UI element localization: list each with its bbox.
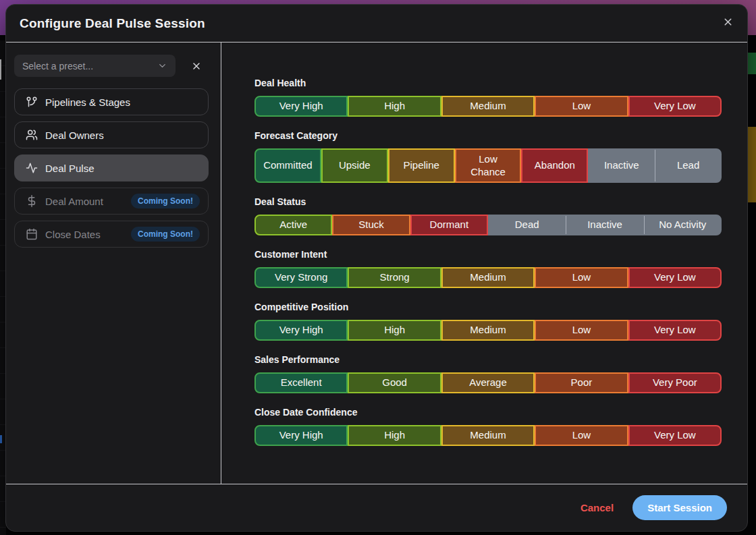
segment-dead[interactable]: Dead	[488, 215, 566, 235]
segment-upside[interactable]: Upside	[321, 148, 388, 183]
segment-medium[interactable]: Medium	[441, 267, 535, 288]
segment-very-low[interactable]: Very Low	[628, 425, 722, 446]
modal-footer: Cancel Start Session	[6, 484, 747, 531]
segment-label: Excellent	[281, 376, 322, 389]
segment-low[interactable]: Low	[535, 96, 628, 117]
segment-stuck[interactable]: Stuck	[332, 215, 410, 235]
segment-low-chance[interactable]: Low Chance	[455, 148, 522, 183]
segment-label: Inactive	[604, 159, 639, 172]
segment-dormant[interactable]: Dormant	[410, 215, 488, 235]
segment-medium[interactable]: Medium	[441, 320, 535, 341]
segment-medium[interactable]: Medium	[441, 425, 535, 446]
segment-low[interactable]: Low	[535, 320, 628, 341]
sidebar-item-deal-pulse[interactable]: Deal Pulse	[14, 154, 209, 181]
segment-high[interactable]: High	[348, 320, 441, 341]
segment-very-high[interactable]: Very High	[254, 425, 348, 446]
segment-row: ExcellentGoodAveragePoorVery Poor	[254, 372, 722, 393]
segment-label: Very Poor	[653, 376, 697, 389]
segment-label: Low	[572, 324, 591, 337]
sidebar-item-label: Close Dates	[45, 229, 101, 240]
preset-select-placeholder: Select a preset...	[22, 61, 93, 72]
segment-excellent[interactable]: Excellent	[254, 372, 348, 393]
segment-label: Strong	[380, 271, 410, 284]
group-label: Close Date Confidence	[254, 407, 722, 418]
group-forecast-category: Forecast CategoryCommittedUpsidePipeline…	[254, 130, 722, 183]
segment-label: Good	[382, 376, 407, 389]
segment-poor[interactable]: Poor	[535, 372, 628, 393]
segment-medium[interactable]: Medium	[441, 96, 535, 117]
sidebar-item-label: Deal Pulse	[45, 163, 94, 174]
segment-lead[interactable]: Lead	[655, 148, 722, 183]
group-label: Forecast Category	[254, 130, 722, 141]
segment-label: Medium	[470, 429, 506, 442]
segment-row: Very HighHighMediumLowVery Low	[254, 425, 722, 446]
chevron-down-icon	[157, 61, 167, 71]
segment-low[interactable]: Low	[535, 425, 628, 446]
sidebar-item-deal-owners[interactable]: Deal Owners	[14, 121, 209, 148]
segment-low[interactable]: Low	[535, 267, 628, 288]
segment-inactive[interactable]: Inactive	[588, 148, 655, 183]
group-competitive-position: Competitive PositionVery HighHighMediumL…	[254, 302, 722, 341]
segment-label: Low	[572, 429, 591, 442]
segment-label: Very Low	[654, 429, 696, 442]
segment-label: Very Low	[654, 271, 696, 284]
segment-very-low[interactable]: Very Low	[628, 320, 722, 341]
segment-high[interactable]: High	[348, 425, 441, 446]
segment-label: Very Low	[654, 324, 696, 337]
segment-very-strong[interactable]: Very Strong	[254, 267, 348, 288]
segment-pipeline[interactable]: Pipeline	[388, 148, 455, 183]
segment-inactive[interactable]: Inactive	[566, 215, 643, 235]
segment-label: Very High	[279, 100, 323, 113]
segment-very-high[interactable]: Very High	[254, 320, 348, 341]
segment-very-poor[interactable]: Very Poor	[628, 372, 722, 393]
segment-very-low[interactable]: Very Low	[628, 267, 722, 288]
coming-soon-badge: Coming Soon!	[131, 227, 200, 242]
segment-average[interactable]: Average	[441, 372, 535, 393]
group-sales-performance: Sales PerformanceExcellentGoodAveragePoo…	[254, 354, 722, 393]
background-blue-fleck	[0, 435, 2, 443]
segment-label: Poor	[571, 376, 593, 389]
sidebar-item-label: Deal Amount	[45, 196, 103, 207]
sidebar-item-close-dates: Close DatesComing Soon!	[14, 221, 209, 248]
segment-very-low[interactable]: Very Low	[628, 96, 722, 117]
segment-active[interactable]: Active	[254, 215, 332, 235]
pulse-config-groups: Deal HealthVery HighHighMediumLowVery Lo…	[221, 43, 749, 484]
segment-very-high[interactable]: Very High	[254, 96, 348, 117]
preset-clear-button[interactable]	[188, 58, 205, 74]
sidebar: Select a preset... Pipelines & StagesDea…	[6, 43, 221, 484]
segment-label: Committed	[263, 159, 313, 172]
x-icon	[191, 61, 202, 72]
segment-label: Very Strong	[275, 271, 327, 284]
segment-label: Very High	[279, 429, 323, 442]
start-session-button[interactable]: Start Session	[632, 495, 727, 520]
segment-no-activity[interactable]: No Activity	[644, 215, 722, 235]
segment-strong[interactable]: Strong	[348, 267, 441, 288]
background-left-sliver	[0, 59, 1, 80]
segment-label: Upside	[339, 159, 371, 172]
sidebar-nav: Pipelines & StagesDeal OwnersDeal PulseD…	[14, 88, 213, 248]
group-label: Sales Performance	[254, 354, 722, 365]
activity-pulse-icon	[26, 162, 38, 174]
segment-high[interactable]: High	[348, 96, 441, 117]
segment-good[interactable]: Good	[348, 372, 441, 393]
modal-title: Configure Deal Pulse Session	[20, 16, 205, 31]
sidebar-item-pipelines-stages[interactable]: Pipelines & Stages	[14, 88, 209, 115]
segment-abandon[interactable]: Abandon	[521, 148, 588, 183]
segment-label: Very High	[279, 324, 323, 337]
preset-select[interactable]: Select a preset...	[14, 55, 176, 77]
cancel-button[interactable]: Cancel	[580, 502, 614, 513]
segment-label: Low Chance	[468, 153, 508, 179]
segment-label: Dead	[515, 219, 539, 231]
segment-row: Very StrongStrongMediumLowVery Low	[254, 267, 722, 288]
segment-label: Abandon	[535, 159, 575, 172]
segment-committed[interactable]: Committed	[254, 148, 321, 183]
users-icon	[26, 129, 38, 141]
group-label: Deal Health	[254, 78, 722, 88]
segment-label: No Activity	[659, 219, 706, 231]
segment-label: Pipeline	[403, 159, 439, 172]
group-deal-health: Deal HealthVery HighHighMediumLowVery Lo…	[254, 78, 722, 117]
segment-row: CommittedUpsidePipelineLow ChanceAbandon…	[254, 148, 722, 183]
close-icon[interactable]	[719, 13, 736, 30]
git-branch-icon	[26, 96, 38, 108]
group-label: Deal Status	[254, 196, 722, 207]
